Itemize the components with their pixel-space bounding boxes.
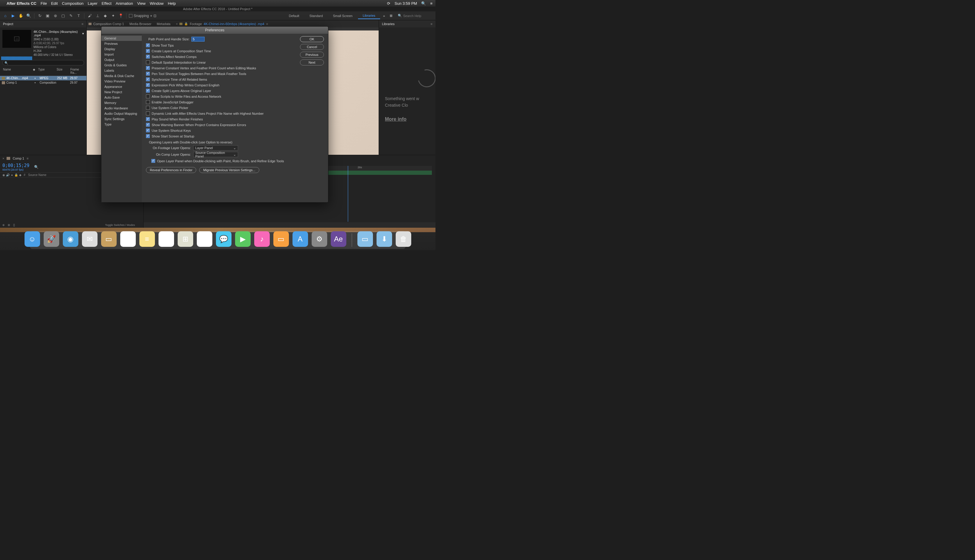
prefs-cat-audio-out[interactable]: Audio Output Mapping <box>101 111 142 116</box>
prefs-checkbox[interactable] <box>146 95 150 98</box>
dock-appstore-icon[interactable]: A <box>293 231 308 247</box>
migrate-settings-button[interactable]: Migrate Previous Version Settings... <box>199 167 259 173</box>
cancel-button[interactable]: Cancel <box>300 44 324 50</box>
dock-photos-icon[interactable]: ✿ <box>197 231 212 247</box>
footage-layer-select[interactable]: Layer Panel ⌄ <box>193 145 238 151</box>
rotation-tool-icon[interactable]: ↻ <box>37 13 43 19</box>
panel-menu-icon[interactable]: ≡ <box>266 22 268 26</box>
timeline-toggle-icon[interactable]: {} <box>13 223 15 227</box>
prefs-cat-auto-save[interactable]: Auto-Save <box>101 95 142 100</box>
label-icon[interactable]: ◆ <box>18 173 22 177</box>
panel-menu-icon[interactable]: ≡ <box>431 22 433 26</box>
dock-messages-icon[interactable]: 💬 <box>216 231 231 247</box>
dock-itunes-icon[interactable]: ♪ <box>254 231 270 247</box>
prefs-checkbox[interactable] <box>146 123 150 127</box>
dock-maps-icon[interactable]: ⊞ <box>178 231 193 247</box>
menu-view[interactable]: View <box>137 1 145 6</box>
dock-apps-folder-icon[interactable]: ▭ <box>358 231 373 247</box>
prefs-checkbox[interactable] <box>146 66 150 70</box>
dock-safari-icon[interactable]: ◉ <box>63 231 79 247</box>
menubar-list-icon[interactable]: ≡ <box>430 1 433 6</box>
camera-tool-icon[interactable]: ▣ <box>45 13 50 19</box>
prefs-cat-media[interactable]: Media & Disk Cache <box>101 73 142 78</box>
prefs-checkbox[interactable] <box>146 77 150 81</box>
prefs-cat-memory[interactable]: Memory <box>101 100 142 105</box>
brush-tool-icon[interactable]: 🖌 <box>87 13 93 19</box>
project-search[interactable]: 🔍 <box>2 60 84 65</box>
clone-tool-icon[interactable]: ⊥ <box>95 13 100 19</box>
open-layer-panel-checkbox[interactable] <box>151 159 155 163</box>
menu-layer[interactable]: Layer <box>88 1 97 6</box>
home-icon[interactable]: ⌂ <box>2 13 8 19</box>
previous-button[interactable]: Previous <box>300 52 324 58</box>
dropdown-icon[interactable]: ▾ <box>82 32 84 35</box>
prefs-cat-previews[interactable]: Previews <box>101 41 142 46</box>
search-icon[interactable]: 🔍 <box>34 165 38 169</box>
prefs-checkbox[interactable] <box>146 128 150 132</box>
dock-mail-icon[interactable]: ✉ <box>82 231 97 247</box>
dock-preferences-icon[interactable]: ⚙ <box>312 231 327 247</box>
pan-behind-tool-icon[interactable]: ⊕ <box>52 13 59 19</box>
tab-link[interactable]: 4K-Chimei-inn-60mbps (4ksamples) .mp4 <box>204 22 264 26</box>
dock-facetime-icon[interactable]: ▶ <box>235 231 251 247</box>
prefs-cat-appearance[interactable]: Appearance <box>101 84 142 89</box>
prefs-cat-output[interactable]: Output <box>101 57 142 62</box>
col-num[interactable]: # <box>23 173 26 177</box>
snap-option-icon[interactable]: ⊡ <box>154 14 156 18</box>
workspace-small-screen[interactable]: Small Screen <box>328 13 357 19</box>
lock-switch-icon[interactable]: 🔒 <box>14 173 18 177</box>
workspace-more-icon[interactable]: » <box>381 14 387 18</box>
menu-effect[interactable]: Effect <box>102 1 112 6</box>
project-row[interactable]: Comp 1 ▪ Composition 29.97 <box>0 80 87 85</box>
tab-composition[interactable]: Composition Comp 1 <box>89 21 124 27</box>
prefs-checkbox[interactable] <box>146 72 150 76</box>
prefs-cat-new-project[interactable]: New Project <box>101 89 142 95</box>
panel-menu-icon[interactable]: ≡ <box>82 22 84 26</box>
menubar-time[interactable]: Sun 3:59 PM <box>395 1 417 6</box>
col-source-name[interactable]: Source Name <box>27 173 108 177</box>
menu-help[interactable]: Help <box>168 1 176 6</box>
next-button[interactable]: Next <box>300 60 324 65</box>
tab-metadata[interactable]: Metadata <box>157 21 171 27</box>
dock-after-effects-icon[interactable]: Ae <box>331 231 346 247</box>
prefs-checkbox[interactable] <box>146 112 150 115</box>
prefs-cat-video[interactable]: Video Preview <box>101 78 142 84</box>
eraser-tool-icon[interactable]: ◆ <box>102 13 108 19</box>
project-row[interactable]: 4K-Chim... .mp4 ▪ MPEG 252 MB 29.97 <box>0 76 87 80</box>
snapping-checkbox[interactable] <box>129 14 132 18</box>
snap-option-icon[interactable]: ⌖ <box>150 14 152 18</box>
menu-edit[interactable]: Edit <box>51 1 58 6</box>
prefs-cat-audio-hw[interactable]: Audio Hardware <box>101 105 142 111</box>
workspace-standard[interactable]: Standard <box>305 13 328 19</box>
selection-tool-icon[interactable]: ▶ <box>10 13 16 19</box>
prefs-checkbox[interactable] <box>146 43 150 47</box>
timeline-zoom-bar[interactable] <box>144 222 435 228</box>
snapping-toggle[interactable]: Snapping ⌖ ⊡ <box>129 14 156 18</box>
roto-tool-icon[interactable]: ✦ <box>110 13 116 19</box>
dock-ibooks-icon[interactable]: ▭ <box>273 231 289 247</box>
tab-media-browser[interactable]: Media Browser <box>129 21 151 27</box>
workspace-default[interactable]: Default <box>284 13 304 19</box>
timeline-toggle-icon[interactable]: ⊞ <box>8 223 10 227</box>
prefs-cat-general[interactable]: General <box>101 35 142 41</box>
prefs-checkbox[interactable] <box>146 55 150 58</box>
timeline-comp-name[interactable]: Comp 1 <box>13 157 24 160</box>
workspace-libraries[interactable]: Libraries <box>358 13 380 19</box>
menu-animation[interactable]: Animation <box>116 1 133 6</box>
spotlight-icon[interactable]: 🔍 <box>421 1 426 6</box>
video-switch-icon[interactable]: ◉ <box>2 173 5 177</box>
dock-calendar-icon[interactable]: 22 <box>120 231 136 247</box>
lock-icon[interactable]: 🔒 <box>184 22 188 25</box>
col-header-fps[interactable]: Frame Ra... <box>69 67 85 75</box>
notification-icon[interactable]: ⟳ <box>387 1 390 6</box>
app-name[interactable]: After Effects CC <box>7 1 37 6</box>
prefs-checkbox[interactable] <box>146 117 150 121</box>
prefs-checkbox[interactable] <box>146 83 150 87</box>
solo-switch-icon[interactable]: ● <box>10 173 14 177</box>
workspace-manage-icon[interactable]: ⊞ <box>388 14 394 18</box>
prefs-checkbox[interactable] <box>146 89 150 93</box>
comp-layer-select[interactable]: Source Composition Panel ⌄ <box>193 152 238 157</box>
col-header-type[interactable]: Type <box>37 67 56 75</box>
shape-tool-icon[interactable]: ▢ <box>60 13 66 19</box>
close-icon[interactable]: × <box>2 157 4 160</box>
